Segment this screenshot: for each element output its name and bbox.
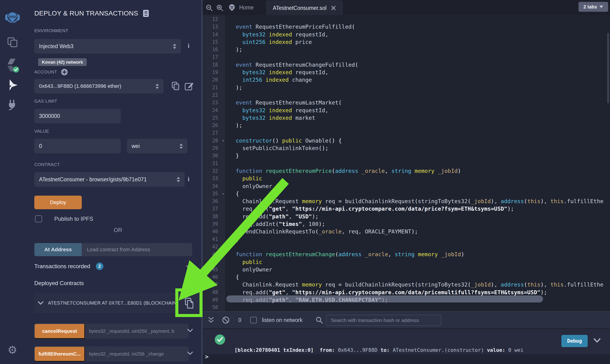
file-explorer-icon[interactable] [0,37,25,48]
close-tab-icon[interactable] [331,5,336,11]
tabs-dropdown[interactable]: 2 tabs [579,2,608,12]
code-line[interactable] [229,243,610,251]
code-line[interactable] [229,15,610,23]
code-line[interactable]: { [229,273,610,281]
terminal-search-input[interactable]: Search with transaction hash or address [326,315,441,326]
vertical-scrollbar[interactable] [607,33,609,103]
code-line[interactable]: { [229,190,610,197]
code-line[interactable]: event RequestEthereumPriceFulfilled( [229,23,610,30]
at-address-button[interactable]: At Address [34,243,82,256]
code-line[interactable]: ); [229,84,610,91]
code-lines[interactable]: event RequestEthereumPriceFulfilled( byt… [225,15,610,312]
documentation-icon[interactable] [142,9,149,17]
log-expand-chevron-icon[interactable] [593,338,601,343]
publish-ipfs-checkbox[interactable] [35,215,42,222]
code-line[interactable]: Chainlink.Request memory req = buildChai… [229,281,610,288]
line-number: 35▾ [202,190,225,197]
chevron-updown-icon [177,177,180,182]
code-line[interactable]: public [229,175,610,182]
code-line[interactable]: } [229,152,610,159]
fulfill-ethereum-change-button[interactable]: fulfillEthereumC... [34,346,85,361]
code-line[interactable]: req.addInt("times", 100); [229,220,610,228]
contract-expand-chevron-icon[interactable] [38,301,44,305]
add-account-icon[interactable] [61,69,68,76]
code-line[interactable]: constructor() public Ownable() { [229,137,610,144]
fulfill-expand-icon[interactable] [187,351,193,356]
edit-account-icon[interactable] [184,81,194,91]
code-editor[interactable]: 1213141516171819202122232425262728▾29303… [202,15,610,312]
code-line[interactable]: bytes32 indexed requestId, [229,69,610,76]
at-address-input[interactable]: Load contract from Address [82,243,192,256]
tab-atestnetconsumer[interactable]: ATestnetConsumer.sol [266,1,342,15]
line-number: 19 [202,69,225,76]
transactions-recorded-label: Transactions recorded [34,263,90,270]
cancel-request-button[interactable]: cancelRequest [34,324,85,339]
deploy-button[interactable]: Deploy [34,196,82,209]
line-number: 50 [202,304,225,311]
chevron-updown-icon [180,143,183,149]
transactions-chevron-down-icon[interactable] [186,265,192,270]
code-line[interactable] [229,91,610,99]
code-line[interactable]: bytes32 indexed requestId, [229,107,610,114]
collapse-terminal-icon[interactable] [208,316,214,324]
contract-select[interactable]: ATestnetConsumer - browser/gists/9b71e07… [34,172,185,187]
code-line[interactable]: onlyOwner [229,182,610,190]
code-line[interactable]: req.add("get", "https://min-api.cryptoco… [229,205,610,212]
terminal-prompt[interactable]: > [205,353,209,360]
code-line[interactable] [229,53,610,61]
code-line[interactable]: uint256 indexed price [229,38,610,46]
solidity-compiler-icon[interactable] [0,58,25,73]
code-line[interactable]: bytes32 indexed requestId, [229,31,610,38]
value-unit-select[interactable]: wei [127,139,187,153]
horizontal-scrollbar[interactable] [226,295,543,302]
code-line[interactable]: function requestEthereumChange(address _… [229,251,610,258]
tab-home[interactable]: Home [228,0,253,15]
code-line[interactable]: ); [229,46,610,53]
line-number: 23 [202,99,225,106]
transaction-log-row[interactable]: [block:20780401 txIndex:0] from: 0x643..… [202,329,610,354]
account-select[interactable]: 0x643...9F88D (1.666673996 ether) [34,79,164,93]
zoom-in-icon[interactable] [216,4,224,12]
value-input[interactable]: 0 [34,139,121,153]
code-line[interactable]: public [229,258,610,266]
code-line[interactable]: function requestEthereumPrice(address _o… [229,167,610,175]
line-number: 39 [202,220,225,228]
zoom-out-icon[interactable] [205,4,213,12]
code-line[interactable]: req.add("path", "USD"); [229,213,610,220]
fulfill-params-input[interactable]: bytes32 _requestId, int256 _change [85,346,189,361]
code-line[interactable]: setPublicChainlinkToken(); [229,144,610,152]
code-line[interactable]: Chainlink.Request memory req = buildChai… [229,197,610,205]
code-line[interactable]: } [229,235,610,243]
cancel-request-expand-icon[interactable] [187,328,193,333]
code-line[interactable] [229,129,610,137]
environment-info-icon[interactable]: i [188,42,189,49]
code-line[interactable]: sendChainlinkRequestTo(_oracle, req, ORA… [229,228,610,235]
plugin-manager-icon[interactable] [0,99,25,110]
gas-limit-input[interactable]: 3000000 [34,109,121,123]
code-line[interactable]: event RequestEthereumChangeFulfilled( [229,61,610,69]
code-line[interactable] [229,304,610,311]
debug-button[interactable]: Debug [561,335,588,347]
tx-success-icon [215,334,225,345]
deployed-contracts-label: Deployed Contracts [34,280,84,286]
code-line[interactable]: req.add("get", "https://min-api.cryptoco… [229,289,610,296]
fold-arrow-icon[interactable]: ▾ [222,190,224,197]
copy-account-icon[interactable] [171,81,181,91]
line-number: 48 [202,289,225,296]
deploy-run-icon[interactable] [0,79,25,91]
code-line[interactable]: bytes32 indexed market [229,114,610,122]
environment-select[interactable]: Injected Web3 [34,39,181,53]
settings-gear-icon[interactable]: ⚙ [0,344,25,356]
clear-console-icon[interactable] [222,316,230,324]
fold-arrow-icon[interactable]: ▾ [222,137,224,144]
cancel-request-params-input[interactable]: bytes32 _requestId, uint256 _payment, b [85,324,189,339]
code-line[interactable]: ); [229,122,610,129]
code-line[interactable]: event RequestEthereumLastMarket( [229,99,610,106]
contract-info-icon[interactable]: i [188,176,189,183]
trash-icon[interactable] [186,278,193,287]
code-line[interactable]: int256 indexed change [229,76,610,84]
code-line[interactable] [229,160,610,167]
active-tab-label: ATestnetConsumer.sol [273,5,326,11]
listen-on-network-checkbox[interactable] [250,317,257,323]
code-line[interactable]: onlyOwner [229,266,610,273]
